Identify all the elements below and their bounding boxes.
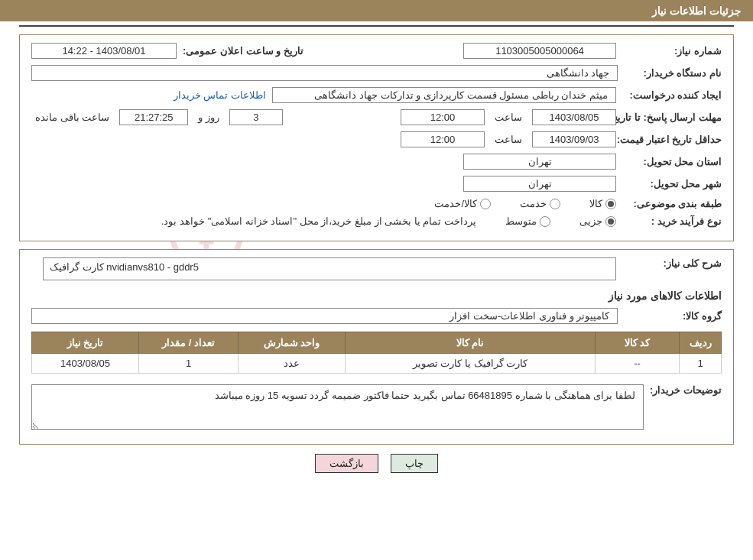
radio-goods-label: کالا — [589, 198, 602, 209]
row-min-validity: حداقل تاریخ اعتبار قیمت: تا تاریخ: 1403/… — [31, 131, 722, 147]
announce-label: تاریخ و ساعت اعلان عمومی: — [183, 45, 303, 57]
buyer-org-label: نام دستگاه خریدار: — [624, 67, 722, 79]
time-label-2: ساعت — [495, 134, 522, 145]
goods-section: شرح کلی نیاز: کارت گرافیک nvidianvs810 -… — [19, 249, 734, 445]
time-label-1: ساعت — [495, 112, 522, 123]
remain-label: ساعت باقی مانده — [35, 112, 109, 123]
radio-medium[interactable]: متوسط — [505, 215, 550, 227]
th-date: تاریخ نیاز — [32, 332, 139, 354]
radio-dot-icon — [540, 216, 550, 227]
button-row: چاپ بازگشت — [0, 454, 753, 473]
radio-dot-icon — [480, 199, 491, 209]
buyer-contact-link[interactable]: اطلاعات تماس خریدار — [174, 89, 266, 101]
row-purchase-type: نوع فرآیند خرید : جزیی متوسط پرداخت تمام… — [31, 215, 722, 227]
table-header-row: ردیف کد کالا نام کالا واحد شمارش تعداد /… — [32, 332, 722, 354]
category-label: طبقه بندی موضوعی: — [622, 198, 722, 209]
cell-unit: عدد — [239, 354, 346, 374]
page-header: جزئیات اطلاعات نیاز — [0, 0, 753, 21]
announce-value: 1403/08/01 - 14:22 — [31, 43, 177, 59]
min-validity-date-value: 1403/09/03 — [532, 131, 616, 147]
row-buyer-org: نام دستگاه خریدار: جهاد دانشگاهی — [31, 65, 722, 81]
need-desc-value: کارت گرافیک nvidianvs810 - gddr5 — [43, 257, 616, 280]
th-qty: تعداد / مقدار — [139, 332, 239, 354]
row-need-number: شماره نیاز: 1103005005000064 تاریخ و ساع… — [31, 43, 722, 59]
table-row: 1 -- کارت گرافیک یا کارت تصویر عدد 1 140… — [32, 354, 722, 374]
th-name: نام کالا — [346, 332, 596, 354]
min-validity-label: حداقل تاریخ اعتبار قیمت: تا تاریخ: — [622, 134, 722, 145]
days-remaining-value: 3 — [229, 109, 283, 125]
province-label: استان محل تحویل: — [622, 156, 722, 167]
th-unit: واحد شمارش — [239, 332, 346, 354]
back-button[interactable]: بازگشت — [315, 454, 378, 473]
radio-partial-label: جزیی — [579, 215, 602, 227]
requester-label: ایجاد کننده درخواست: — [622, 89, 722, 101]
deadline-date-value: 1403/08/05 — [532, 109, 616, 125]
radio-goods-service[interactable]: کالا/خدمت — [434, 198, 491, 209]
radio-dot-icon — [550, 199, 560, 209]
buyer-notes-label: توضیحات خریدار: — [650, 384, 722, 396]
radio-partial[interactable]: جزیی — [579, 215, 616, 227]
row-city: شهر محل تحویل: تهران — [31, 176, 722, 192]
radio-service-label: خدمت — [520, 198, 547, 209]
row-category: طبقه بندی موضوعی: کالا خدمت کالا/خدمت — [31, 198, 722, 209]
row-goods-group: گروه کالا: کامپیوتر و فناوری اطلاعات-سخت… — [31, 308, 722, 324]
cell-row: 1 — [680, 354, 722, 374]
city-label: شهر محل تحویل: — [622, 178, 722, 189]
radio-medium-label: متوسط — [505, 215, 537, 227]
row-province: استان محل تحویل: تهران — [31, 154, 722, 170]
days-remaining-label: روز و — [198, 112, 219, 123]
radio-goods[interactable]: کالا — [589, 198, 616, 209]
row-requester: ایجاد کننده درخواست: میثم خندان رباطی مس… — [31, 87, 722, 103]
cell-name: کارت گرافیک یا کارت تصویر — [346, 354, 596, 374]
buyer-notes-text: لطفا برای هماهنگی با شماره 66481895 تماس… — [31, 384, 644, 430]
goods-group-label: گروه کالا: — [624, 310, 722, 322]
row-buyer-notes: توضیحات خریدار: لطفا برای هماهنگی با شما… — [31, 384, 722, 430]
th-row: ردیف — [680, 332, 722, 354]
row-deadline: مهلت ارسال پاسخ: تا تاریخ: 1403/08/05 سا… — [31, 109, 722, 125]
header-divider — [19, 25, 734, 27]
cell-qty: 1 — [139, 354, 239, 374]
radio-service[interactable]: خدمت — [520, 198, 560, 209]
need-number-label: شماره نیاز: — [622, 45, 722, 57]
cell-date: 1403/08/05 — [32, 354, 139, 374]
payment-note: پرداخت تمام یا بخشی از مبلغ خرید،از محل … — [161, 215, 476, 227]
page-title: جزئیات اطلاعات نیاز — [652, 5, 742, 17]
row-need-desc: شرح کلی نیاز: کارت گرافیک nvidianvs810 -… — [31, 257, 722, 280]
goods-info-title: اطلاعات کالاهای مورد نیاز — [31, 290, 722, 302]
radio-dot-icon — [605, 216, 616, 227]
goods-table: ردیف کد کالا نام کالا واحد شمارش تعداد /… — [31, 332, 722, 374]
min-validity-time-value: 12:00 — [401, 131, 485, 147]
hours-remaining-value: 21:27:25 — [119, 109, 188, 125]
radio-dot-icon — [605, 199, 616, 209]
city-value: تهران — [463, 176, 616, 192]
goods-group-value: کامپیوتر و فناوری اطلاعات-سخت افزار — [31, 308, 618, 324]
print-button[interactable]: چاپ — [391, 454, 438, 473]
purchase-type-label: نوع فرآیند خرید : — [622, 215, 722, 227]
radio-goods-service-label: کالا/خدمت — [434, 198, 477, 209]
requester-value: میثم خندان رباطی مسئول قسمت کارپردازی و … — [272, 87, 616, 103]
info-section: شماره نیاز: 1103005005000064 تاریخ و ساع… — [19, 34, 734, 241]
deadline-label: مهلت ارسال پاسخ: تا تاریخ: — [622, 112, 722, 123]
need-number-value: 1103005005000064 — [463, 43, 616, 59]
th-code: کد کالا — [596, 332, 680, 354]
deadline-time-value: 12:00 — [401, 109, 485, 125]
cell-code: -- — [596, 354, 680, 374]
buyer-org-value: جهاد دانشگاهی — [31, 65, 618, 81]
province-value: تهران — [463, 154, 616, 170]
need-desc-label: شرح کلی نیاز: — [622, 257, 722, 269]
